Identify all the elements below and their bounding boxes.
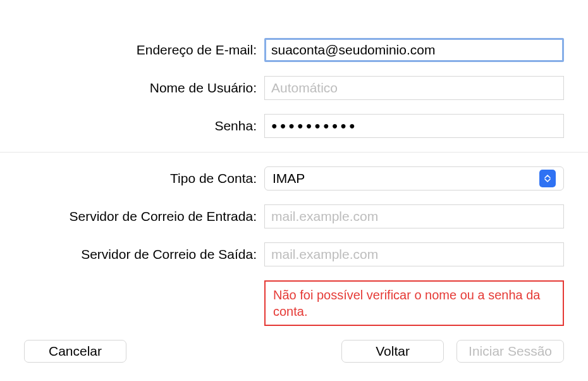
- section-divider: [0, 152, 588, 153]
- incoming-server-input[interactable]: [264, 204, 564, 228]
- account-type-select[interactable]: IMAP: [264, 166, 564, 190]
- outgoing-server-input[interactable]: [264, 242, 564, 266]
- account-type-label: Tipo de Conta:: [24, 171, 264, 186]
- email-input[interactable]: [264, 38, 564, 62]
- username-input[interactable]: [264, 76, 564, 100]
- password-input[interactable]: ●●●●●●●●●●: [264, 114, 564, 138]
- username-label: Nome de Usuário:: [24, 80, 264, 96]
- back-button[interactable]: Voltar: [341, 340, 444, 363]
- error-message: Não foi possível verificar o nome ou a s…: [264, 280, 564, 326]
- signin-button[interactable]: Iniciar Sessão: [456, 340, 564, 363]
- select-arrows-icon: [539, 170, 556, 187]
- email-label: Endereço de E-mail:: [24, 42, 264, 58]
- account-type-value: IMAP: [273, 171, 539, 186]
- password-label: Senha:: [24, 118, 264, 134]
- outgoing-server-label: Servidor de Correio de Saída:: [24, 247, 264, 262]
- cancel-button[interactable]: Cancelar: [24, 340, 126, 363]
- incoming-server-label: Servidor de Correio de Entrada:: [24, 209, 264, 224]
